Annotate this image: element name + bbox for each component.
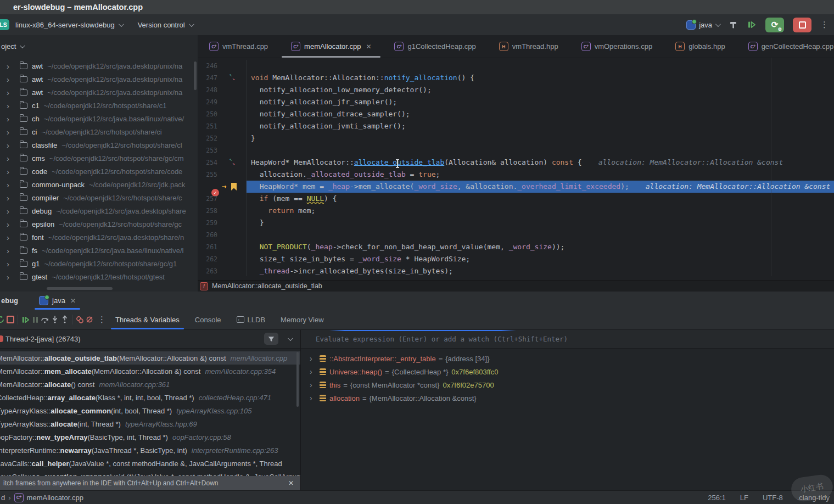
gutter[interactable] <box>222 144 246 156</box>
code-line[interactable]: 247void MemAllocator::Allocation::notify… <box>198 72 834 84</box>
gutter[interactable] <box>222 217 246 229</box>
project-tree-item[interactable]: debug~/code/openjdk12/src/java.desktop/s… <box>0 204 198 217</box>
run-configuration-selector[interactable]: linux-x86_64-server-slowdebug <box>15 21 122 29</box>
project-tree-item[interactable]: font~/code/openjdk12/src/java.desktop/sh… <box>0 231 198 244</box>
code-line[interactable]: 258 return mem; <box>198 205 834 217</box>
debug-tab-lldb[interactable]: LLDB <box>229 310 273 329</box>
code-editor[interactable]: 246247void MemAllocator::Allocation::not… <box>198 58 834 276</box>
chevron-right-icon[interactable] <box>7 114 15 124</box>
project-tree-item[interactable]: cms~/code/openjdk12/src/hotspot/share/gc… <box>0 152 198 165</box>
code-text[interactable]: void MemAllocator::Allocation::notify_al… <box>246 72 834 84</box>
chevron-right-icon[interactable] <box>7 101 15 110</box>
code-line[interactable]: 262 size_t size_in_bytes = _word_size * … <box>198 253 834 265</box>
code-text[interactable]: HeapWord* mem = _heap->mem_allocate(_wor… <box>246 181 834 193</box>
rerun-button[interactable]: ⟳⚙ <box>765 18 784 32</box>
code-line[interactable]: 253 <box>198 144 834 156</box>
code-line[interactable]: 251 notify_allocation_jvmti_sampler(); <box>198 120 834 132</box>
code-line[interactable]: 260 <box>198 229 834 241</box>
stack-frame-row[interactable]: MemAllocator::allocate_outside_tlab(MemA… <box>0 351 300 365</box>
gutter[interactable] <box>222 84 246 96</box>
gutter[interactable] <box>222 169 246 181</box>
debug-tab-memory-view[interactable]: Memory View <box>273 310 332 329</box>
gutter[interactable] <box>222 108 246 120</box>
status-widget[interactable]: 256:1 <box>708 494 726 502</box>
code-line[interactable]: 254HeapWord* MemAllocator::allocate_outs… <box>198 156 834 169</box>
gutter[interactable] <box>222 229 246 241</box>
editor-tab[interactable]: vmOperations.cpp <box>570 35 664 58</box>
status-widget[interactable]: UTF-8 <box>763 494 783 502</box>
resume-program-icon[interactable] <box>747 20 757 30</box>
code-line[interactable]: 246 <box>198 60 834 72</box>
code-line[interactable]: 261 NOT_PRODUCT(_heap->check_for_non_bad… <box>198 241 834 253</box>
chevron-right-icon[interactable] <box>7 154 15 163</box>
stack-frame-row[interactable]: JavaCalls::call_helper(JavaValue *, cons… <box>0 457 300 470</box>
evaluate-expression-input[interactable]: Evaluate expression (Enter) or add a wat… <box>301 330 834 349</box>
chevron-right-icon[interactable] <box>310 367 317 376</box>
gutter[interactable] <box>222 132 246 144</box>
gutter[interactable] <box>222 181 246 193</box>
code-line[interactable]: 255 allocation._allocated_outside_tlab =… <box>198 169 834 181</box>
chevron-right-icon[interactable] <box>7 61 15 71</box>
project-tree-item[interactable]: awt~/code/openjdk12/src/java.desktop/uni… <box>0 59 198 72</box>
project-tree-item[interactable]: fs~/code/openjdk12/src/java.base/linux/n… <box>0 244 198 257</box>
stack-frame-row[interactable]: TypeArrayKlass::allocate(int, Thread *)t… <box>0 417 300 430</box>
build-hammer-icon[interactable] <box>728 20 738 30</box>
code-text[interactable]: size_t size_in_bytes = _word_size * Heap… <box>246 253 834 265</box>
chevron-right-icon[interactable] <box>7 246 15 255</box>
mute-breakpoints-icon[interactable] <box>85 315 94 324</box>
status-breadcrumb[interactable]: d memAllocator.cpp <box>1 493 83 502</box>
project-tree-item[interactable]: classfile~/code/openjdk12/src/hotspot/sh… <box>0 138 198 152</box>
chevron-right-icon[interactable] <box>7 127 15 137</box>
code-line[interactable]: HeapWord* mem = _heap->mem_allocate(_wor… <box>198 181 834 193</box>
variable-row[interactable]: ::AbstractInterpreter::_entry_table={add… <box>301 352 834 365</box>
gutter[interactable] <box>222 120 246 132</box>
chevron-right-icon[interactable] <box>7 75 15 84</box>
project-tree-item[interactable]: ci~/code/openjdk12/src/hotspot/share/ci <box>0 125 198 138</box>
code-text[interactable]: } <box>246 217 834 229</box>
code-text[interactable]: NOT_PRODUCT(_heap->check_for_non_bad_hea… <box>246 241 834 253</box>
code-text[interactable] <box>246 60 834 72</box>
editor-tab[interactable]: vmThread.cpp <box>198 35 279 58</box>
frames-scrollbar[interactable] <box>296 352 299 407</box>
project-panel-header[interactable]: oject <box>0 35 198 57</box>
editor-tab[interactable]: g1CollectedHeap.cpp <box>383 35 487 58</box>
code-line[interactable]: 257 if (mem == NULL) { <box>198 193 834 205</box>
project-tree-item[interactable]: compiler~/code/openjdk12/src/hotspot/sha… <box>0 191 198 204</box>
step-into-icon[interactable] <box>50 315 60 324</box>
debug-tab-console[interactable]: Console <box>187 310 229 329</box>
gutter[interactable] <box>222 60 246 72</box>
stack-frame-row[interactable]: MemAllocator::allocate() constmemAllocat… <box>0 378 300 391</box>
version-control-menu[interactable]: Version control <box>138 21 193 29</box>
stack-frame-row[interactable]: oopFactory::new_typeArray(BasicType, int… <box>0 430 300 444</box>
project-tree-item[interactable]: gtest~/code/openjdk12/test/hotspot/gtest <box>0 270 198 283</box>
code-text[interactable] <box>246 229 834 241</box>
code-line[interactable]: 263 _thread->incr_allocated_bytes(size_i… <box>198 265 834 276</box>
chevron-right-icon[interactable] <box>7 206 15 216</box>
project-vertical-scrollbar[interactable] <box>194 61 197 90</box>
variable-row[interactable]: Universe::heap()={CollectedHeap *}0x7f6e… <box>301 365 834 378</box>
chevron-right-icon[interactable] <box>7 259 15 268</box>
chevron-right-icon[interactable] <box>310 380 317 389</box>
project-tree-item[interactable]: common-unpack~/code/openjdk12/src/jdk.pa… <box>0 178 198 191</box>
code-line[interactable]: 259 } <box>198 217 834 229</box>
code-line[interactable]: 249 notify_allocation_jfr_sampler(); <box>198 96 834 108</box>
chevron-right-icon[interactable] <box>310 354 317 363</box>
chevron-right-icon[interactable] <box>7 180 15 189</box>
gutter[interactable] <box>222 96 246 108</box>
chevron-right-icon[interactable] <box>7 167 15 176</box>
chevron-right-icon[interactable] <box>7 193 15 203</box>
stack-frame-row[interactable]: CollectedHeap::array_allocate(Klass *, i… <box>0 391 300 404</box>
close-tab-icon[interactable] <box>366 43 371 51</box>
stack-frame-row[interactable]: InterpreterRuntime::newarray(JavaThread … <box>0 444 300 457</box>
code-text[interactable] <box>246 144 834 156</box>
step-out-icon[interactable] <box>60 315 70 324</box>
code-line[interactable]: 250 notify_allocation_dtrace_sampler(); <box>198 108 834 120</box>
stack-frame-row[interactable]: MemAllocator::mem_allocate(MemAllocator:… <box>0 365 300 378</box>
filter-frames-button[interactable] <box>264 333 278 345</box>
project-tree-item[interactable]: g1~/code/openjdk12/src/hotspot/share/gc/… <box>0 257 198 270</box>
gutter[interactable] <box>222 265 246 276</box>
project-tree-item[interactable]: epsilon~/code/openjdk12/src/hotspot/shar… <box>0 217 198 231</box>
chevron-right-icon[interactable] <box>7 88 15 97</box>
gutter[interactable] <box>222 72 246 84</box>
gutter[interactable] <box>222 241 246 253</box>
